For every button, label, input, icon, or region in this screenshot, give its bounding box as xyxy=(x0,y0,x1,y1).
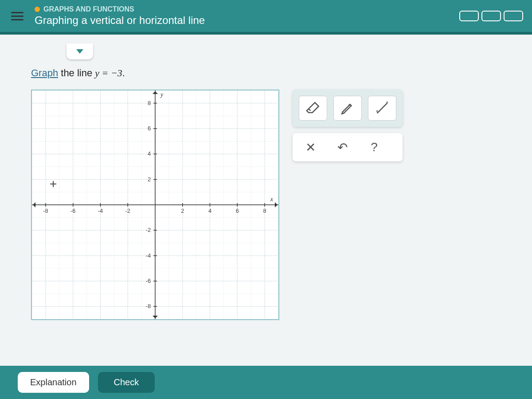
content-area: Graph the line y = −3. + -8-6-4-22468-8-… xyxy=(0,35,532,366)
explanation-button[interactable]: Explanation xyxy=(18,372,89,393)
svg-marker-42 xyxy=(33,202,35,207)
svg-text:*: * xyxy=(376,109,379,116)
svg-text:-2: -2 xyxy=(146,227,151,233)
svg-text:*: * xyxy=(386,101,389,107)
coordinate-grid: -8-6-4-22468-8-6-4-22468yx xyxy=(32,90,278,319)
graph-canvas[interactable]: + -8-6-4-22468-8-6-4-22468yx xyxy=(31,90,279,320)
check-button[interactable]: Check xyxy=(98,372,155,393)
graph-link[interactable]: Graph xyxy=(31,67,58,78)
equation-text: y = −3 xyxy=(95,67,122,78)
dropdown-tab[interactable] xyxy=(66,43,93,59)
svg-text:2: 2 xyxy=(181,207,184,214)
svg-text:-2: -2 xyxy=(125,207,130,214)
drawing-tools-panel: * * xyxy=(293,90,403,127)
window-controls xyxy=(459,11,523,21)
svg-text:6: 6 xyxy=(236,207,239,214)
eraser-icon xyxy=(305,101,321,116)
header-text: GRAPHS AND FUNCTIONS Graphing a vertical… xyxy=(35,5,450,27)
clear-button[interactable]: ✕ xyxy=(296,137,325,158)
undo-icon: ↶ xyxy=(337,140,348,155)
svg-text:6: 6 xyxy=(148,125,151,132)
svg-text:y: y xyxy=(160,91,164,98)
pencil-icon xyxy=(340,101,355,116)
problem-statement: Graph the line y = −3. xyxy=(31,67,514,79)
svg-marker-40 xyxy=(153,91,158,94)
svg-marker-41 xyxy=(153,316,158,318)
svg-text:-6: -6 xyxy=(70,207,75,214)
svg-text:-8: -8 xyxy=(146,303,151,309)
category-label: GRAPHS AND FUNCTIONS xyxy=(35,5,450,13)
svg-text:-4: -4 xyxy=(146,252,151,259)
svg-text:-4: -4 xyxy=(98,207,103,214)
line-points-icon: * * xyxy=(375,101,390,116)
work-area: + -8-6-4-22468-8-6-4-22468yx xyxy=(31,90,514,320)
svg-text:8: 8 xyxy=(148,100,151,106)
chevron-down-icon xyxy=(76,49,83,54)
svg-text:x: x xyxy=(270,196,274,203)
svg-marker-43 xyxy=(275,202,278,207)
tool-column: * * ✕ ↶ ? xyxy=(293,90,403,161)
window-button-1[interactable] xyxy=(459,11,479,21)
svg-text:-6: -6 xyxy=(146,278,151,284)
category-dot-icon xyxy=(35,7,40,12)
page-title: Graphing a vertical or horizontal line xyxy=(35,14,450,27)
eraser-tool[interactable] xyxy=(299,96,327,121)
svg-text:-8: -8 xyxy=(43,207,48,214)
plus-cursor-icon: + xyxy=(50,177,57,191)
svg-text:4: 4 xyxy=(208,207,211,214)
menu-icon[interactable] xyxy=(9,10,26,23)
action-buttons-panel: ✕ ↶ ? xyxy=(293,133,403,161)
undo-button[interactable]: ↶ xyxy=(328,137,356,158)
help-button[interactable]: ? xyxy=(360,137,388,158)
line-tool[interactable]: * * xyxy=(368,96,396,121)
svg-text:4: 4 xyxy=(148,150,151,157)
footer-bar: Explanation Check xyxy=(0,366,532,399)
window-button-3[interactable] xyxy=(504,11,523,21)
close-icon: ✕ xyxy=(305,140,316,155)
svg-text:2: 2 xyxy=(148,176,151,183)
category-text: GRAPHS AND FUNCTIONS xyxy=(43,5,134,13)
svg-text:8: 8 xyxy=(263,207,266,214)
window-button-2[interactable] xyxy=(481,11,501,21)
help-icon: ? xyxy=(371,140,378,154)
pencil-tool[interactable] xyxy=(333,96,362,121)
app-header: GRAPHS AND FUNCTIONS Graphing a vertical… xyxy=(0,0,532,35)
